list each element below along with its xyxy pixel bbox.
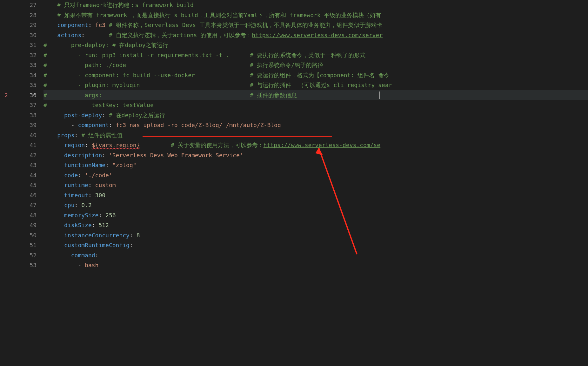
svg-line-0 [319,148,357,254]
svg-marker-1 [316,148,323,155]
annotation-arrow [0,0,588,366]
